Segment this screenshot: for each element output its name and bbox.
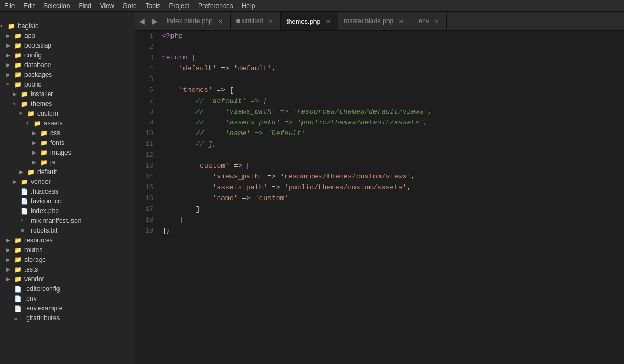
folder-icon-routes: 📁	[14, 247, 23, 254]
sidebar-item-custom[interactable]: ▾📁custom	[0, 109, 135, 118]
sidebar-item-css[interactable]: ▶📁css	[0, 128, 135, 138]
folder-arrow-custom: ▾	[19, 111, 27, 116]
folder-icon-storage: 📁	[14, 256, 23, 263]
sidebar-item-favicon[interactable]: 📄favicon.ico	[0, 196, 135, 206]
sidebar-item-robots[interactable]: ≡robots.txt	[0, 226, 135, 235]
menu-preferences[interactable]: Preferences	[194, 1, 238, 11]
line-content-9: // 'assets_path' => 'public/themes/defau…	[160, 117, 624, 128]
folder-arrow-themes: ▾	[13, 101, 21, 107]
file-icon-robots: ≡	[21, 227, 29, 234]
sidebar-item-themes[interactable]: ▾📁themes	[0, 99, 135, 109]
code-line-11: 11 // ],	[135, 139, 624, 150]
sidebar-item-resources[interactable]: ▶📁resources	[0, 235, 135, 245]
tab-close-env[interactable]: ✕	[432, 17, 441, 25]
line-number-4: 4	[135, 63, 160, 74]
code-line-4: 4 'default' => 'default',	[135, 63, 624, 74]
sidebar-label-gitattributes: .gitattributes	[24, 314, 60, 322]
line-number-2: 2	[135, 42, 160, 52]
tab-untitled[interactable]: untitled✕	[231, 12, 281, 31]
menu-edit[interactable]: Edit	[19, 1, 39, 11]
sidebar-item-vendor[interactable]: ▶📁vendor	[0, 177, 135, 187]
sidebar-item-app[interactable]: ▶📁app	[0, 31, 135, 41]
sidebar-item-default[interactable]: ▶📁default	[0, 167, 135, 177]
line-number-7: 7	[135, 96, 160, 107]
menu-goto[interactable]: Goto	[119, 1, 141, 11]
folder-arrow-default: ▶	[19, 169, 27, 175]
tab-index-blade[interactable]: index.blade.php✕	[161, 12, 231, 31]
tab-env[interactable]: .env✕	[411, 12, 447, 31]
file-icon-mixmanifest: /*	[21, 218, 29, 223]
sidebar-item-tests[interactable]: ▶📁tests	[0, 264, 135, 274]
file-icon-indexphp: 📄	[21, 208, 29, 215]
sidebar-item-config[interactable]: ▶📁config	[0, 50, 135, 60]
code-line-10: 10 // 'name' => 'Default'	[135, 128, 624, 139]
sidebar-item-gitattributes[interactable]: ≡.gitattributes	[0, 313, 135, 323]
sidebar-label-storage: storage	[24, 256, 46, 263]
sidebar-item-public[interactable]: ▾📁public	[0, 80, 135, 89]
sidebar-item-mixmanifest[interactable]: /*mix-manifest.json	[0, 216, 135, 226]
folder-arrow-installer: ▶	[13, 91, 21, 97]
code-line-8: 8 // 'views_path' => 'resources/themes/d…	[135, 107, 624, 117]
sidebar-label-routes: routes	[24, 246, 42, 254]
folder-arrow-database: ▶	[6, 62, 14, 68]
menu-tools[interactable]: Tools	[141, 1, 165, 11]
sidebar-label-bootstrap: bootstrap	[24, 42, 51, 49]
sidebar-label-css: css	[50, 129, 60, 137]
sidebar-item-vendor2[interactable]: ▶📁vendor	[0, 274, 135, 284]
menu-selection[interactable]: Selection	[39, 1, 74, 11]
sidebar-item-env[interactable]: 📄.env	[0, 294, 135, 303]
sidebar-item-bagisto[interactable]: ▾📁bagisto	[0, 21, 135, 31]
sidebar-item-packages[interactable]: ▶📁packages	[0, 70, 135, 80]
sidebar: ▾📁bagisto▶📁app▶📁bootstrap▶📁config▶📁datab…	[0, 12, 135, 364]
sidebar-item-storage[interactable]: ▶📁storage	[0, 255, 135, 264]
line-number-18: 18	[135, 215, 160, 226]
file-icon-env: 📄	[14, 295, 23, 302]
sidebar-label-assets: assets	[44, 120, 63, 127]
folder-icon-tests: 📁	[14, 266, 23, 273]
sidebar-item-js[interactable]: ▶📁js	[0, 157, 135, 167]
tab-nav-right[interactable]: ▶	[148, 12, 161, 31]
code-line-6: 6 'themes' => [	[135, 85, 624, 96]
tab-modified-dot-untitled	[236, 19, 240, 23]
code-editor[interactable]: 1<?php23return [4 'default' => 'default'…	[135, 31, 624, 364]
menu-find[interactable]: Find	[74, 1, 95, 11]
tab-themes-php[interactable]: themes.php✕	[281, 12, 338, 31]
folder-icon-fonts: 📁	[40, 140, 49, 147]
sidebar-item-indexphp[interactable]: 📄index.php	[0, 206, 135, 216]
tab-close-untitled[interactable]: ✕	[266, 17, 275, 25]
sidebar-item-assets[interactable]: ▾📁assets	[0, 118, 135, 128]
folder-arrow-routes: ▶	[6, 247, 14, 253]
tab-master-blade[interactable]: master.blade.php✕	[338, 12, 411, 31]
code-line-1: 1<?php	[135, 31, 624, 42]
sidebar-label-public: public	[24, 81, 41, 88]
tab-close-index-blade[interactable]: ✕	[216, 17, 225, 25]
tab-close-themes-php[interactable]: ✕	[324, 17, 332, 26]
sidebar-item-editorconfig[interactable]: 📄.editorconfig	[0, 284, 135, 294]
sidebar-label-config: config	[24, 51, 42, 59]
sidebar-item-envexample[interactable]: 📄.env.example	[0, 303, 135, 313]
line-content-16: 'name' => 'custom'	[160, 193, 624, 204]
folder-arrow-public: ▾	[6, 82, 14, 87]
sidebar-item-installer[interactable]: ▶📁installer	[0, 89, 135, 99]
menu-view[interactable]: View	[96, 1, 119, 11]
sidebar-item-bootstrap[interactable]: ▶📁bootstrap	[0, 41, 135, 50]
folder-arrow-fonts: ▶	[32, 140, 40, 145]
menu-help[interactable]: Help	[238, 1, 260, 11]
file-icon-editorconfig: 📄	[14, 286, 23, 293]
sidebar-label-favicon: favicon.ico	[31, 197, 62, 205]
line-content-7: // 'default' => [	[160, 96, 624, 107]
tab-nav-left[interactable]: ◀	[135, 12, 148, 31]
menu-project[interactable]: Project	[165, 1, 194, 11]
tab-close-master-blade[interactable]: ✕	[397, 17, 405, 25]
sidebar-item-fonts[interactable]: ▶📁fonts	[0, 138, 135, 148]
sidebar-item-routes[interactable]: ▶📁routes	[0, 245, 135, 255]
folder-arrow-resources: ▶	[6, 237, 14, 243]
sidebar-item-htaccess[interactable]: 📄.htaccess	[0, 187, 135, 196]
folder-icon-app: 📁	[14, 32, 23, 39]
main-layout: ▾📁bagisto▶📁app▶📁bootstrap▶📁config▶📁datab…	[0, 12, 624, 364]
sidebar-item-database[interactable]: ▶📁database	[0, 60, 135, 70]
sidebar-item-images[interactable]: ▶📁images	[0, 148, 135, 157]
menu-file[interactable]: File	[0, 1, 19, 11]
line-content-13: 'custom' => [	[160, 161, 624, 171]
sidebar-label-themes: themes	[31, 100, 52, 108]
